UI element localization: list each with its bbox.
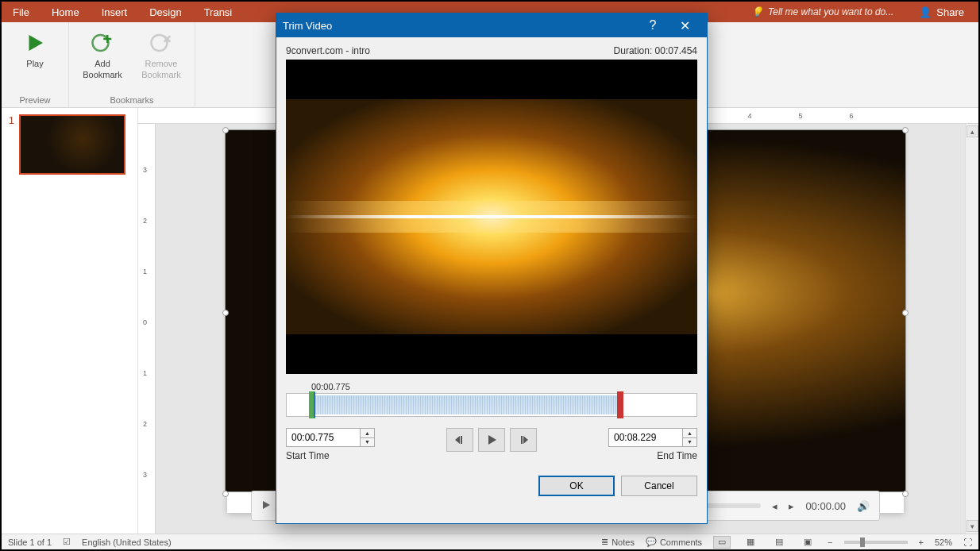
slideshow-view-icon[interactable]: ▣: [799, 536, 816, 549]
tab-insert[interactable]: Insert: [91, 2, 139, 22]
zoom-slider[interactable]: [844, 541, 908, 544]
trim-end-handle[interactable]: [617, 391, 623, 418]
trim-timeline[interactable]: [286, 393, 697, 417]
spin-down-icon[interactable]: ▼: [683, 438, 696, 447]
end-time-spinner[interactable]: ▲▼: [683, 428, 697, 447]
playhead-time: 00:00.775: [311, 382, 697, 391]
end-time-input[interactable]: [608, 428, 683, 447]
tab-home[interactable]: Home: [41, 2, 91, 22]
slide-number: 1: [5, 114, 14, 175]
zoom-out-icon[interactable]: −: [828, 538, 832, 547]
resize-handle[interactable]: [902, 491, 909, 497]
prev-icon[interactable]: ◂: [772, 500, 777, 512]
tab-file[interactable]: File: [2, 2, 41, 22]
resize-handle[interactable]: [902, 310, 909, 316]
close-button[interactable]: ✕: [669, 13, 700, 37]
remove-bookmark-button: RemoveBookmark: [134, 25, 188, 79]
spellcheck-icon[interactable]: ☑: [63, 537, 71, 547]
play-preview-button[interactable]: [478, 428, 505, 452]
vertical-scrollbar[interactable]: ▴ ▾: [965, 124, 978, 534]
video-play-icon[interactable]: [261, 500, 271, 512]
resize-handle[interactable]: [222, 127, 229, 133]
start-time-input[interactable]: [286, 428, 361, 447]
video-time: 00:00.00: [805, 500, 846, 512]
volume-icon[interactable]: 🔊: [857, 500, 870, 512]
group-label-bookmarks: Bookmarks: [75, 94, 188, 107]
resize-handle[interactable]: [222, 491, 229, 497]
play-button[interactable]: Play: [8, 25, 62, 68]
spin-up-icon[interactable]: ▲: [683, 429, 696, 438]
dialog-titlebar[interactable]: Trim Video ? ✕: [276, 13, 707, 37]
share-icon: 👤: [919, 6, 932, 18]
video-preview: [286, 60, 697, 374]
video-filename: 9convert.com - intro: [286, 45, 370, 56]
zoom-in-icon[interactable]: +: [919, 538, 924, 547]
prev-frame-button[interactable]: [446, 428, 473, 452]
language[interactable]: English (United States): [82, 538, 172, 547]
timeline-section: 00:00.775: [286, 382, 697, 417]
comments-button[interactable]: 💬Comments: [646, 537, 702, 547]
tab-design[interactable]: Design: [138, 2, 192, 22]
lightbulb-icon: 💡: [751, 6, 763, 17]
zoom-level[interactable]: 52%: [935, 538, 952, 547]
playhead[interactable]: [314, 392, 315, 418]
video-duration: Duration: 00:07.454: [614, 45, 697, 56]
svg-point-0: [93, 35, 109, 51]
reading-view-icon[interactable]: ▤: [770, 536, 788, 549]
svg-rect-2: [103, 38, 111, 40]
sorter-view-icon[interactable]: ▦: [742, 536, 759, 549]
ok-button[interactable]: OK: [538, 476, 615, 496]
cancel-button[interactable]: Cancel: [621, 476, 697, 496]
group-bookmarks: AddBookmark RemoveBookmark Bookmarks: [69, 22, 195, 107]
trim-video-dialog: Trim Video ? ✕ 9convert.com - intro Dura…: [276, 13, 708, 524]
waveform: [311, 395, 622, 414]
group-preview: Play Preview: [2, 22, 69, 107]
spin-up-icon[interactable]: ▲: [361, 429, 374, 438]
ruler-vertical: 3 2 1 0 1 2 3: [138, 124, 156, 534]
tab-transitions[interactable]: Transi: [193, 2, 244, 22]
next-icon[interactable]: ▸: [789, 500, 794, 512]
share-button[interactable]: 👤 Share: [905, 2, 978, 22]
group-label-preview: Preview: [8, 94, 62, 107]
slide-counter: Slide 1 of 1: [8, 538, 52, 547]
play-icon: [21, 29, 49, 57]
add-bookmark-button[interactable]: AddBookmark: [75, 25, 129, 79]
start-time-label: Start Time: [286, 450, 375, 461]
notes-button[interactable]: ≣Notes: [601, 537, 635, 547]
resize-handle[interactable]: [222, 310, 229, 316]
close-icon: ✕: [680, 18, 690, 33]
normal-view-icon[interactable]: ▭: [713, 536, 731, 549]
start-time-spinner[interactable]: ▲▼: [361, 428, 375, 447]
scroll-down-icon[interactable]: ▾: [966, 520, 978, 532]
resize-handle[interactable]: [902, 127, 909, 133]
tellme-search[interactable]: 💡 Tell me what you want to do...: [740, 2, 905, 22]
remove-bookmark-icon: [147, 29, 176, 57]
help-button[interactable]: ?: [637, 13, 669, 37]
end-time-label: End Time: [657, 450, 697, 461]
add-bookmark-icon: [88, 29, 117, 57]
dialog-title: Trim Video: [283, 20, 332, 32]
slide-thumbnail-1[interactable]: [19, 114, 125, 175]
next-frame-button[interactable]: [510, 428, 537, 452]
scroll-up-icon[interactable]: ▴: [966, 125, 978, 137]
fit-window-icon[interactable]: ⛶: [963, 538, 972, 547]
slide-thumbnail-panel: 1: [2, 108, 138, 534]
dialog-body: 9convert.com - intro Duration: 00:07.454…: [276, 37, 707, 523]
spin-down-icon[interactable]: ▼: [361, 438, 374, 447]
status-bar: Slide 1 of 1 ☑ English (United States) ≣…: [2, 534, 978, 549]
